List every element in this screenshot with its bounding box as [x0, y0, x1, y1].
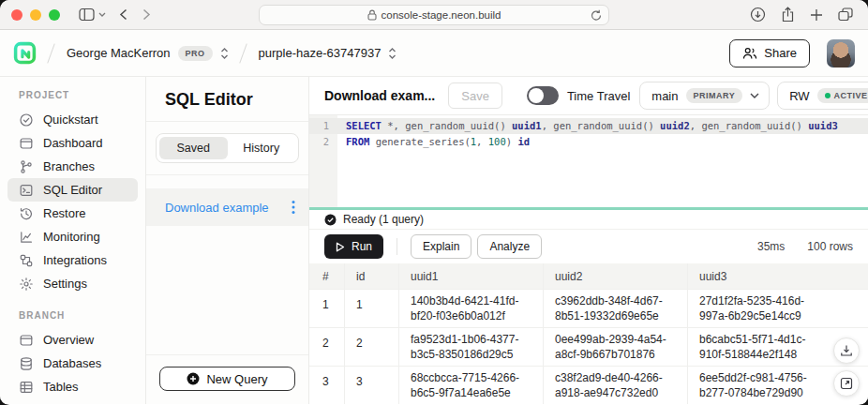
code-line-1[interactable]: 1SELECT *, gen_random_uuid() uuid1, gen_… — [309, 118, 868, 134]
sidebar-item-settings[interactable]: Settings — [7, 272, 138, 295]
save-button[interactable]: Save — [448, 82, 502, 109]
sidebar-item-quickstart[interactable]: Quickstart — [7, 108, 138, 131]
url-text: console-stage.neon.build — [382, 9, 501, 21]
table-cell: 2 — [309, 328, 345, 366]
tab-overview-icon[interactable] — [838, 8, 853, 22]
table-cell: c38f2ad9-de40-4266- a918-ae947c732ed0 — [544, 367, 688, 404]
app-header: George MacKerron PRO purple-haze-6374793… — [0, 30, 868, 77]
active-badge: ACTIVE — [817, 88, 868, 103]
sidebar-item-sql-editor[interactable]: SQL Editor — [7, 178, 138, 202]
share-page-icon[interactable] — [781, 7, 795, 22]
kebab-menu-icon[interactable] — [292, 200, 295, 215]
sidebar-item-branches[interactable]: Branches — [7, 155, 138, 178]
tab-saved[interactable]: Saved — [159, 137, 228, 159]
table-cell: 27d1f2fa-5235-416d- 997a-6b29c5e14cc9 — [688, 290, 832, 327]
branch-select[interactable]: main PRIMARY — [639, 82, 770, 110]
user-avatar[interactable] — [827, 39, 855, 68]
sidebar-item-monitoring[interactable]: Monitoring — [7, 225, 138, 248]
project-name[interactable]: purple-haze-63747937 — [259, 46, 382, 60]
table-cell: 6ee5dd2f-c981-4756- b277-0784be729d90 — [688, 367, 832, 404]
databases-icon — [19, 356, 34, 371]
table-row[interactable]: 3368ccbcca-7715-4266- b6c5-9f7a14ea6e5ec… — [309, 367, 868, 404]
new-tab-icon[interactable] — [810, 8, 823, 22]
sidebar-section-branch: BRANCH OverviewDatabasesTablesRoles — [0, 310, 145, 404]
explain-button[interactable]: Explain — [411, 234, 471, 259]
sidebar-item-roles[interactable]: Roles — [7, 398, 138, 404]
tab-history[interactable]: History — [228, 137, 296, 159]
table-cell: b6cabc51-5f71-4d1c- 910f-518844e2f148 — [688, 328, 832, 366]
status-text: Ready (1 query) — [343, 213, 424, 226]
minimize-window-button[interactable] — [30, 9, 41, 21]
table-cell: 3 — [345, 367, 399, 404]
editor-toolbar: Download exam... Save Time Travel main P… — [309, 77, 868, 115]
back-icon[interactable] — [119, 8, 127, 21]
project-switcher-icon[interactable] — [388, 47, 397, 60]
check-circle-icon — [324, 214, 337, 226]
sidebar-item-label: Restore — [43, 206, 86, 220]
sidebar: PROJECT QuickstartDashboardBranchesSQL E… — [0, 77, 146, 404]
org-name[interactable]: George MacKerron — [67, 46, 171, 60]
tables-icon — [19, 380, 34, 395]
org-switcher-icon[interactable] — [220, 47, 229, 60]
column-header-uuid3: uuid3 — [688, 263, 832, 289]
sidebar-item-label: Overview — [43, 333, 94, 347]
column-header-uuid2: uuid2 — [544, 263, 688, 289]
play-icon — [336, 242, 345, 252]
sidebar-item-label: Settings — [43, 277, 87, 291]
table-row[interactable]: 11140b3b4d-6421-41fd- bf20-f03e6b0a012fc… — [309, 290, 868, 328]
share-button[interactable]: Share — [729, 39, 810, 68]
run-button-label: Run — [352, 240, 372, 253]
chevron-down-icon — [750, 93, 759, 98]
analyze-button[interactable]: Analyze — [477, 234, 542, 259]
new-query-button[interactable]: New Query — [159, 367, 295, 391]
code-line-2[interactable]: 2FROM generate_series(1, 100) id — [309, 134, 868, 150]
run-button[interactable]: Run — [324, 234, 383, 259]
breadcrumb-divider — [44, 44, 59, 63]
forward-icon[interactable] — [142, 8, 151, 21]
query-title[interactable]: Download exam... — [324, 88, 435, 103]
time-travel-toggle[interactable] — [527, 86, 559, 105]
expand-results-button[interactable] — [833, 370, 860, 397]
table-body: 11140b3b4d-6421-41fd- bf20-f03e6b0a012fc… — [309, 290, 868, 404]
table-cell: 140b3b4d-6421-41fd- bf20-f03e6b0a012f — [399, 290, 544, 327]
sql-editor-icon — [19, 183, 34, 198]
compute-select[interactable]: RW ACTIVE — [777, 82, 868, 110]
sidebar-toggle-icon[interactable] — [79, 8, 95, 22]
chevron-down-icon[interactable] — [98, 12, 106, 17]
code-text: SELECT *, gen_random_uuid() uuid1, gen_r… — [337, 118, 838, 134]
time-travel-label: Time Travel — [567, 89, 630, 103]
saved-query-label: Download example — [165, 201, 269, 215]
overview-icon — [19, 333, 34, 348]
neon-logo-icon[interactable] — [13, 41, 37, 65]
table-cell: 0ee499ab-2939-4a54- a8cf-9b667b701876 — [544, 328, 688, 366]
roles-icon — [19, 403, 34, 405]
address-bar[interactable]: console-stage.neon.build — [259, 5, 609, 25]
sidebar-item-tables[interactable]: Tables — [7, 375, 138, 398]
reload-icon[interactable] — [591, 9, 602, 23]
zoom-window-button[interactable] — [49, 9, 60, 21]
sidebar-item-label: Tables — [43, 380, 79, 394]
row-count: 100 rows — [807, 240, 853, 253]
sidebar-item-label: Integrations — [43, 253, 107, 267]
settings-icon — [19, 277, 34, 292]
close-window-button[interactable] — [11, 9, 22, 21]
download-results-button[interactable] — [833, 338, 860, 364]
sidebar-item-label: Databases — [43, 356, 101, 370]
page-title: SQL Editor — [146, 77, 308, 122]
column-header-uuid1: uuid1 — [399, 263, 544, 289]
table-cell: fa9523d1-1b06-4377- b3c5-8350186d29c5 — [399, 328, 544, 366]
sidebar-item-overview[interactable]: Overview — [7, 328, 138, 352]
saved-query-item[interactable]: Download example — [146, 188, 308, 226]
table-cell: 3 — [309, 367, 345, 404]
table-row[interactable]: 22fa9523d1-1b06-4377- b3c5-8350186d29c50… — [309, 328, 868, 367]
sidebar-item-restore[interactable]: Restore — [7, 202, 138, 225]
share-button-label: Share — [764, 46, 797, 60]
table-cell: 2 — [345, 328, 399, 366]
saved-history-tabs: SavedHistory — [156, 133, 299, 163]
sidebar-item-label: Branches — [43, 159, 95, 173]
sidebar-item-databases[interactable]: Databases — [7, 352, 138, 375]
downloads-icon[interactable] — [750, 7, 766, 22]
sidebar-item-integrations[interactable]: Integrations — [7, 248, 138, 272]
sidebar-item-dashboard[interactable]: Dashboard — [7, 131, 138, 155]
code-editor[interactable]: 1SELECT *, gen_random_uuid() uuid1, gen_… — [309, 115, 868, 207]
